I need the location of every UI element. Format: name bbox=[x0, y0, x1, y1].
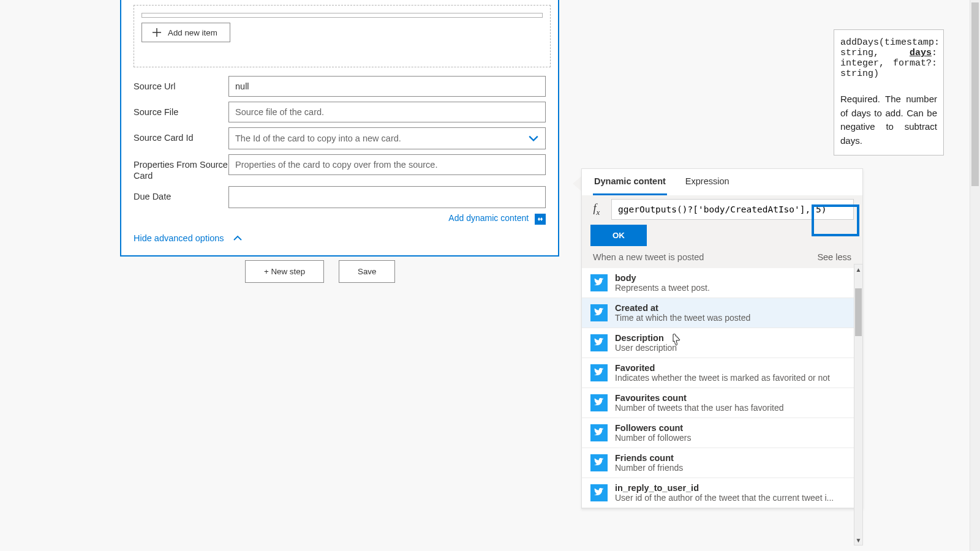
add-new-item-button[interactable]: Add new item bbox=[141, 23, 230, 42]
dc-scrollbar[interactable]: ▲ ▼ bbox=[854, 264, 863, 545]
panel-connector-arrow bbox=[573, 176, 581, 191]
dc-item-title: Followers count bbox=[615, 423, 692, 433]
dc-item-title: Description bbox=[615, 333, 677, 343]
dc-scroll-thumb[interactable] bbox=[855, 288, 862, 336]
dc-item-desc: Number of followers bbox=[615, 433, 692, 443]
dc-item[interactable]: DescriptionUser description bbox=[582, 328, 862, 358]
scroll-down-arrow-icon[interactable]: ▼ bbox=[854, 535, 862, 545]
ok-button[interactable]: OK bbox=[590, 225, 647, 246]
dc-item-title: body bbox=[615, 273, 710, 283]
twitter-icon bbox=[590, 304, 608, 321]
dc-item-title: in_reply_to_user_id bbox=[615, 483, 834, 493]
dc-item[interactable]: Favourites countNumber of tweets that th… bbox=[582, 388, 862, 418]
input-source-file[interactable]: Source file of the card. bbox=[228, 102, 546, 122]
page-scroll-thumb[interactable] bbox=[971, 2, 979, 186]
save-button[interactable]: Save bbox=[339, 260, 395, 283]
capture-highlight-rect bbox=[812, 204, 859, 236]
tab-dynamic-content[interactable]: Dynamic content bbox=[593, 176, 667, 195]
dc-item-desc: Number of tweets that the user has favor… bbox=[615, 403, 783, 413]
new-step-button[interactable]: + New step bbox=[245, 260, 324, 283]
input-source-url[interactable]: null bbox=[228, 76, 546, 97]
scroll-up-arrow-icon[interactable]: ▲ bbox=[854, 264, 862, 274]
repeating-items-region: Add new item bbox=[134, 5, 551, 67]
chevron-down-icon bbox=[528, 133, 539, 144]
dc-item[interactable]: bodyRepresents a tweet post. bbox=[582, 268, 862, 298]
bottom-buttons: + New step Save bbox=[245, 260, 395, 283]
label-source-file: Source File bbox=[134, 102, 228, 118]
dc-section-title: When a new tweet is posted bbox=[593, 252, 704, 262]
select-source-card-id[interactable]: The Id of the card to copy into a new ca… bbox=[228, 127, 546, 149]
twitter-icon bbox=[590, 274, 608, 291]
dc-item-desc: User id of the author of the tweet that … bbox=[615, 493, 834, 503]
dc-item[interactable]: Followers countNumber of followers bbox=[582, 418, 862, 448]
tooltip-signature: addDays(timestamp: string, days: integer… bbox=[840, 37, 937, 79]
tooltip-description: Required. The number of days to add. Can… bbox=[840, 92, 937, 148]
dc-item[interactable]: Friends countNumber of friends bbox=[582, 448, 862, 478]
label-source-card-id: Source Card Id bbox=[134, 127, 228, 143]
dc-item-desc: Represents a tweet post. bbox=[615, 283, 710, 293]
label-source-url: Source Url bbox=[134, 76, 228, 92]
label-props-from-source: Properties From Source Card bbox=[134, 154, 228, 181]
label-due-date: Due Date bbox=[134, 186, 228, 202]
twitter-icon bbox=[590, 484, 608, 501]
dc-item-title: Favorited bbox=[615, 363, 830, 373]
add-dynamic-icon bbox=[535, 214, 546, 225]
dc-item-title: Friends count bbox=[615, 453, 683, 463]
dc-item-desc: Indicates whether the tweet is marked as… bbox=[615, 373, 830, 383]
dc-item-desc: User description bbox=[615, 343, 677, 353]
plus-icon bbox=[152, 28, 162, 37]
item-input[interactable] bbox=[141, 13, 543, 18]
form-rows: Source Url null Source File Source file … bbox=[134, 76, 546, 208]
page-scrollbar[interactable] bbox=[970, 0, 980, 551]
twitter-icon bbox=[590, 334, 608, 351]
dc-item-desc: Number of friends bbox=[615, 463, 683, 473]
dc-item-title: Favourites count bbox=[615, 393, 783, 403]
dc-item[interactable]: Created atTime at which the tweet was po… bbox=[582, 298, 862, 328]
dc-section-header: When a new tweet is posted See less bbox=[582, 252, 862, 268]
input-props-from-source[interactable]: Properties of the card to copy over from… bbox=[228, 154, 546, 175]
dc-tabs: Dynamic content Expression bbox=[582, 169, 862, 195]
twitter-icon bbox=[590, 424, 608, 441]
input-due-date[interactable] bbox=[228, 186, 546, 208]
function-tooltip: addDays(timestamp: string, days: integer… bbox=[834, 29, 944, 156]
add-new-item-label: Add new item bbox=[168, 28, 217, 37]
see-less-link[interactable]: See less bbox=[817, 252, 851, 262]
add-dynamic-content-link[interactable]: Add dynamic content bbox=[121, 213, 546, 224]
twitter-icon bbox=[590, 394, 608, 411]
twitter-icon bbox=[590, 364, 608, 381]
dc-item-title: Created at bbox=[615, 303, 750, 313]
dc-item[interactable]: FavoritedIndicates whether the tweet is … bbox=[582, 358, 862, 388]
action-card: Add new item Source Url null Source File… bbox=[120, 0, 559, 257]
tab-expression[interactable]: Expression bbox=[684, 176, 731, 195]
hide-advanced-options-link[interactable]: Hide advanced options bbox=[134, 233, 546, 243]
dc-item-desc: Time at which the tweet was posted bbox=[615, 313, 750, 323]
chevron-up-icon bbox=[233, 234, 243, 242]
fx-icon: fx bbox=[582, 202, 611, 217]
dc-list: bodyRepresents a tweet post.Created atTi… bbox=[582, 268, 862, 508]
twitter-icon bbox=[590, 454, 608, 471]
dc-item[interactable]: in_reply_to_user_idUser id of the author… bbox=[582, 478, 862, 508]
